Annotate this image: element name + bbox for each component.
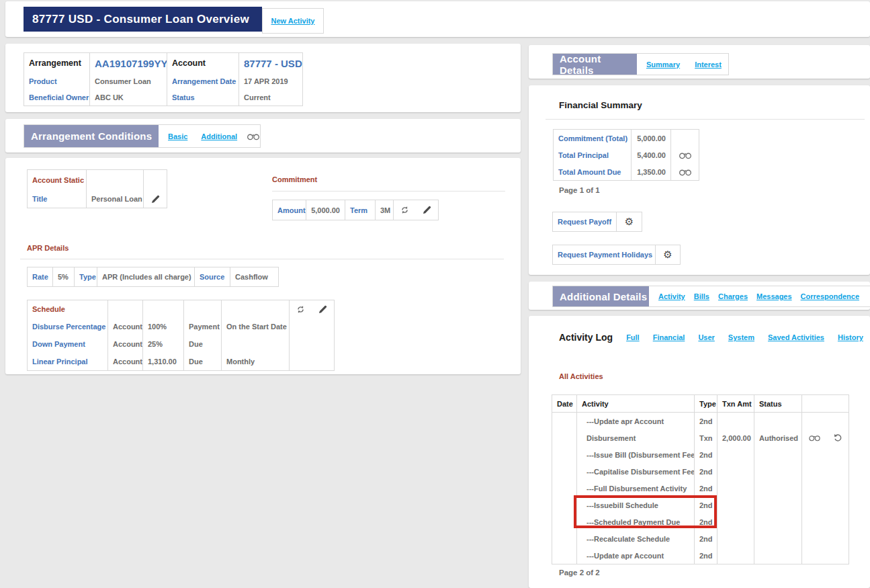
revert-history-icon[interactable]: [834, 433, 842, 442]
tab-link[interactable]: User: [698, 333, 714, 341]
gear-icon[interactable]: ⚙: [625, 217, 634, 227]
activity-name: ---Issuebill Schedule: [577, 497, 695, 513]
activity-type: 2nd: [695, 547, 717, 564]
column-header: Activity: [577, 395, 695, 413]
activity-row: ---Recalculate Schedule 2nd: [552, 530, 849, 547]
binoculars-icon[interactable]: [247, 132, 260, 140]
activity-type: 2nd: [695, 530, 717, 547]
field-value: Current: [239, 89, 303, 106]
arrangement-summary-row: Arrangement AA19107199YY Account 87777 -…: [24, 53, 303, 74]
new-activity-button[interactable]: New Activity: [262, 8, 324, 34]
tab-link[interactable]: Interest: [695, 60, 722, 69]
activity-type: 2nd: [695, 513, 717, 530]
field-label: Commitment (Total): [554, 130, 632, 147]
table-row: Title Personal Loan: [28, 190, 167, 208]
activity-actions: [808, 433, 842, 442]
tab-link[interactable]: History: [838, 333, 863, 341]
activity-name: ---Full Disbursement Activity: [577, 480, 695, 497]
request-payoff-button[interactable]: Request Payoff ⚙: [552, 212, 642, 232]
field-label: Type: [75, 267, 97, 287]
arrangement-summary-panel: Arrangement AA19107199YY Account 87777 -…: [5, 44, 521, 112]
field-value: 5,000.00: [632, 130, 671, 147]
field-value: Account: [108, 353, 143, 371]
activity-row: ---Capitalise Disbursement Fee 2nd: [552, 463, 849, 480]
field-label: Down Payment: [28, 335, 108, 353]
activity-row: ---Issuebill Schedule 2nd: [552, 497, 849, 513]
financial-summary-row: Total Principal 5,400.00: [554, 146, 699, 163]
activity-type: Txn: [695, 429, 717, 446]
activity-amount: 2,000.00: [717, 429, 754, 446]
activity-log-table: Date Activity Type Txn Amt Status ---Upd…: [552, 394, 849, 564]
activity-type: 2nd: [695, 480, 717, 497]
activity-status: [754, 413, 802, 430]
edit-pencil-icon[interactable]: [318, 305, 327, 314]
activity-status: Authorised: [754, 429, 802, 446]
refresh-icon[interactable]: [296, 305, 305, 314]
activity-status: [754, 547, 802, 564]
table-row: Account Static: [28, 170, 167, 191]
field-label: Term: [345, 200, 376, 220]
field-label: Linear Principal: [28, 353, 108, 371]
tab-link[interactable]: System: [728, 333, 754, 341]
tab-link[interactable]: Financial: [653, 333, 685, 341]
activity-log-title: Activity Log: [559, 332, 613, 343]
binoculars-icon[interactable]: [679, 151, 692, 159]
field-label: Beneficial Owner: [24, 89, 90, 106]
activity-name: ---Recalculate Schedule: [577, 530, 695, 547]
edit-pencil-icon[interactable]: [151, 195, 160, 204]
tab-link[interactable]: Charges: [718, 292, 748, 300]
field-value: 1,310.00: [143, 353, 184, 371]
additional-details-panel: Additional Details ActivityBillsChargesM…: [529, 282, 870, 310]
tab-link[interactable]: Messages: [756, 292, 792, 300]
activity-name: ---Capitalise Disbursement Fee: [577, 463, 695, 480]
column-header: Type: [695, 395, 717, 413]
activity-amount: [717, 446, 754, 463]
tab-link[interactable]: Summary: [646, 60, 680, 69]
field-value: 5,000.00: [306, 200, 345, 220]
tab-link[interactable]: Bills: [694, 292, 709, 300]
divider: [546, 119, 865, 120]
activity-row: ---Update apr Account 2nd: [552, 413, 849, 430]
field-label: Total Principal: [554, 146, 632, 163]
arrangement-summary-row: Beneficial Owner ABC UK Status Current: [24, 89, 303, 106]
subsection-title: Account Static: [28, 170, 87, 191]
refresh-icon[interactable]: [400, 206, 409, 214]
activity-type: 2nd: [695, 463, 717, 480]
field-label: Product: [24, 73, 90, 89]
new-activity-link[interactable]: New Activity: [271, 17, 314, 25]
field-label: Title: [28, 190, 87, 208]
field-value: On the Start Date: [222, 318, 290, 335]
tab-link[interactable]: Additional: [201, 132, 237, 140]
tab-link[interactable]: Correspondence: [801, 292, 859, 300]
binoculars-icon[interactable]: [808, 434, 821, 442]
tab-link[interactable]: Basic: [168, 132, 187, 140]
activity-amount: [717, 530, 754, 547]
activity-name: ---Scheduled Payment Due: [577, 513, 695, 530]
binoculars-icon[interactable]: [679, 168, 692, 176]
activity-amount: [717, 547, 754, 564]
pagination-label: Page 2 of 2: [559, 569, 600, 577]
activity-row: ---Update apr Account 2nd: [552, 547, 849, 564]
field-label: Amount: [273, 200, 306, 220]
tab-link[interactable]: Saved Activities: [768, 333, 824, 341]
activity-row: ---Full Disbursement Activity 2nd: [552, 480, 849, 497]
request-payment-holidays-label[interactable]: Request Payment Holidays: [553, 245, 656, 265]
financial-summary-table: Commitment (Total) 5,000.00 Total Princi…: [553, 129, 699, 181]
field-value: Consumer Loan: [90, 73, 167, 89]
request-payoff-label[interactable]: Request Payoff: [553, 212, 617, 232]
gear-icon[interactable]: ⚙: [663, 250, 672, 260]
field-label: Total Amount Due: [554, 163, 632, 181]
table-header-row: Date Activity Type Txn Amt Status: [552, 395, 849, 413]
tab-link[interactable]: Activity: [658, 292, 685, 300]
field-label: Account: [167, 53, 239, 74]
activity-log-tabs: FullFinancialUserSystemSaved ActivitiesH…: [626, 333, 863, 341]
field-value: 5%: [53, 267, 75, 287]
all-activities-subtitle: All Activities: [559, 372, 603, 380]
field-value: [222, 335, 290, 353]
field-value: Account: [108, 335, 143, 353]
field-value: Cashflow: [230, 267, 279, 287]
field-label: Rate: [28, 267, 53, 287]
tab-link[interactable]: Full: [626, 333, 640, 341]
request-payment-holidays-button[interactable]: Request Payment Holidays ⚙: [552, 245, 681, 265]
edit-pencil-icon[interactable]: [423, 206, 431, 214]
